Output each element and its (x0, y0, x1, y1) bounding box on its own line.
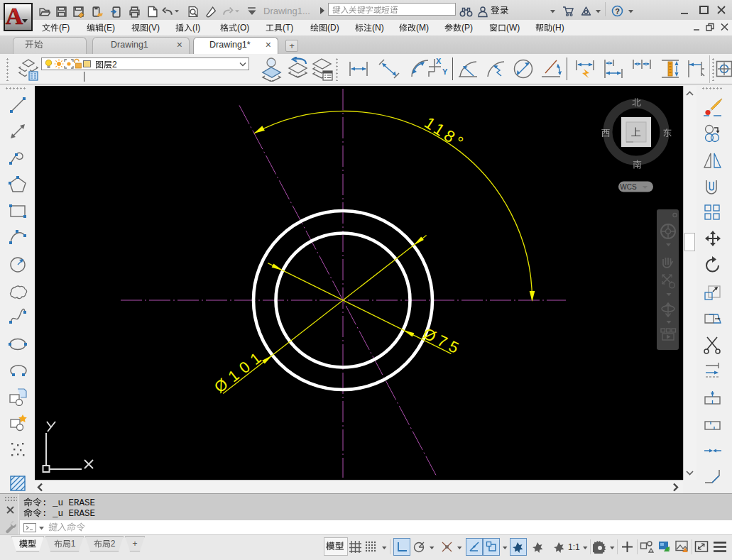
svg-text:WCS: WCS (620, 183, 637, 191)
svg-text:Y: Y (442, 67, 448, 76)
svg-text:X: X (436, 57, 442, 65)
svg-text:?: ? (615, 7, 620, 16)
svg-text:Ø75: Ø75 (420, 324, 465, 358)
svg-text:118°: 118° (421, 113, 469, 153)
svg-text:A: A (6, 4, 23, 29)
svg-text:Ø101: Ø101 (211, 346, 269, 396)
